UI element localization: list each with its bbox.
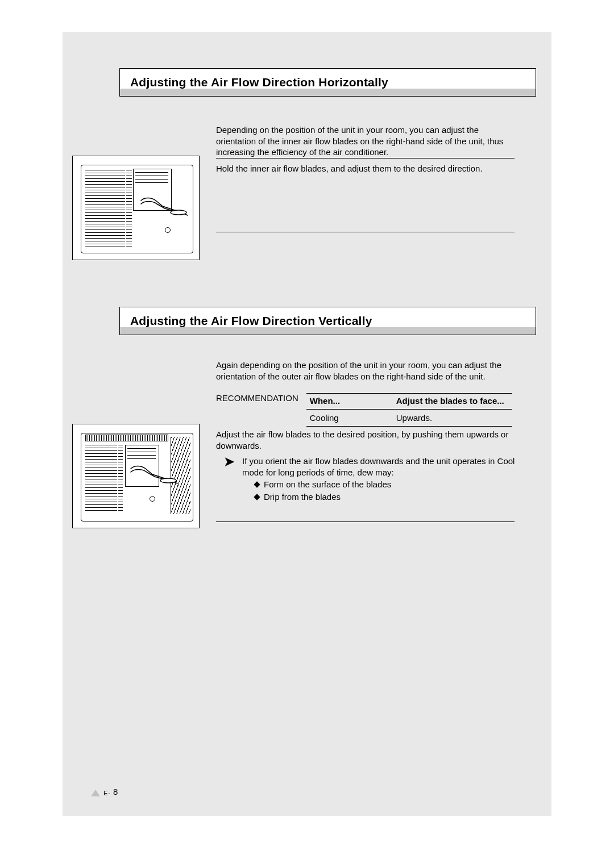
hand-adjust-icon bbox=[140, 196, 189, 216]
col-adjust: Adjust the blades to face... bbox=[393, 394, 512, 410]
svg-point-1 bbox=[160, 478, 176, 483]
recommendation-table: When... Adjust the blades to face... Coo… bbox=[306, 393, 512, 427]
bullet-text: Form on the surface of the blades bbox=[264, 479, 391, 489]
content-area: Adjusting the Air Flow Direction Horizon… bbox=[63, 32, 551, 816]
hand-adjust-icon bbox=[130, 464, 179, 485]
cell-when: Cooling bbox=[306, 410, 393, 427]
bullet-text: Drip from the blades bbox=[264, 492, 341, 502]
section1-intro: Depending on the position of the unit in… bbox=[216, 124, 515, 158]
section2-bullets: Form on the surface of the blades Drip f… bbox=[255, 478, 391, 503]
figure-horizontal-adjust bbox=[72, 156, 200, 260]
footer-triangle-icon bbox=[91, 790, 100, 796]
note-arrow-icon: ➤ bbox=[224, 454, 234, 469]
recommendation-label: RECOMMENDATION bbox=[216, 393, 298, 403]
section2-note: If you orient the air flow blades downwa… bbox=[242, 456, 518, 479]
page-prefix: E- bbox=[103, 790, 111, 796]
section1-title: Adjusting the Air Flow Direction Horizon… bbox=[130, 76, 388, 89]
section1-step: Hold the inner air flow blades, and adju… bbox=[216, 163, 515, 174]
table-header-row: When... Adjust the blades to face... bbox=[306, 394, 512, 410]
diamond-icon bbox=[254, 481, 260, 487]
bullet-item: Form on the surface of the blades bbox=[255, 478, 391, 491]
figure-vertical-adjust bbox=[72, 424, 200, 528]
rule bbox=[216, 232, 515, 232]
rule bbox=[216, 521, 515, 522]
page-number: 8 bbox=[113, 787, 118, 796]
section1-header: Adjusting the Air Flow Direction Horizon… bbox=[119, 68, 536, 97]
section2-title: Adjusting the Air Flow Direction Vertica… bbox=[130, 314, 372, 327]
section2-intro: Again depending on the position of the u… bbox=[216, 360, 515, 382]
header-strip bbox=[120, 89, 536, 96]
col-when: When... bbox=[306, 394, 393, 410]
diamond-icon bbox=[254, 494, 260, 500]
svg-point-0 bbox=[171, 210, 186, 215]
recommendation-block: RECOMMENDATION When... Adjust the blades… bbox=[216, 393, 515, 427]
section2-header: Adjusting the Air Flow Direction Vertica… bbox=[119, 307, 536, 335]
manual-page: Adjusting the Air Flow Direction Horizon… bbox=[63, 32, 551, 816]
cell-adjust: Upwards. bbox=[393, 410, 512, 427]
rule bbox=[216, 158, 515, 158]
header-strip bbox=[120, 327, 536, 335]
bullet-item: Drip from the blades bbox=[255, 491, 391, 503]
section2-step: Adjust the air flow blades to the desire… bbox=[216, 429, 515, 452]
table-row: Cooling Upwards. bbox=[306, 410, 512, 427]
